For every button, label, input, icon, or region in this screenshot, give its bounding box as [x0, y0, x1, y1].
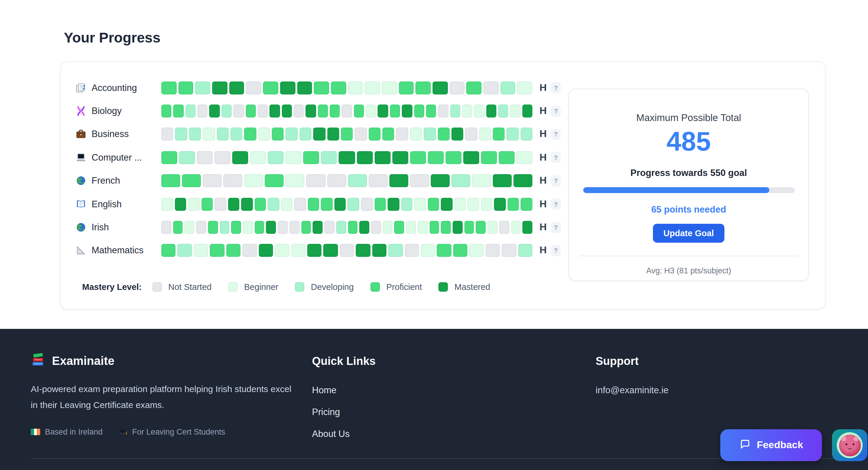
- mastery-block[interactable]: [203, 174, 222, 188]
- mastery-block[interactable]: [313, 221, 322, 234]
- mastery-block[interactable]: [340, 244, 354, 257]
- mastery-block[interactable]: [201, 198, 213, 210]
- mastery-block[interactable]: [208, 221, 218, 234]
- mastery-block[interactable]: [428, 198, 439, 210]
- mastery-block[interactable]: [406, 221, 416, 234]
- mastery-block[interactable]: [382, 221, 392, 234]
- mastery-block[interactable]: [348, 221, 358, 234]
- mastery-block[interactable]: [399, 81, 414, 94]
- mastery-block[interactable]: [437, 244, 452, 257]
- mastery-block[interactable]: [510, 104, 521, 118]
- mastery-block[interactable]: [479, 128, 491, 141]
- mastery-block[interactable]: [188, 198, 199, 210]
- mastery-block[interactable]: [215, 198, 226, 210]
- mastery-block[interactable]: [258, 244, 273, 257]
- mastery-block[interactable]: [464, 221, 474, 234]
- mastery-block[interactable]: [453, 244, 468, 257]
- mastery-block[interactable]: [275, 244, 289, 257]
- mastery-block[interactable]: [390, 104, 400, 118]
- mastery-block[interactable]: [185, 221, 194, 234]
- mastery-block[interactable]: [499, 151, 515, 164]
- mastery-block[interactable]: [161, 128, 174, 141]
- mastery-block[interactable]: [178, 244, 192, 257]
- mastery-block[interactable]: [313, 128, 325, 141]
- mastery-block[interactable]: [174, 104, 184, 118]
- mastery-block[interactable]: [374, 198, 386, 210]
- mastery-block[interactable]: [197, 104, 208, 118]
- mastery-block[interactable]: [210, 244, 224, 257]
- mastery-block[interactable]: [178, 81, 193, 94]
- mastery-block[interactable]: [286, 151, 302, 164]
- mastery-block[interactable]: [226, 244, 241, 257]
- mastery-block[interactable]: [185, 104, 195, 118]
- mastery-block[interactable]: [371, 221, 381, 234]
- mastery-block[interactable]: [365, 81, 380, 94]
- mastery-block[interactable]: [355, 128, 367, 141]
- mastery-block[interactable]: [481, 151, 497, 164]
- mastery-block[interactable]: [246, 104, 256, 118]
- mastery-block[interactable]: [498, 104, 508, 118]
- mastery-block[interactable]: [243, 221, 253, 234]
- mastery-block[interactable]: [244, 128, 256, 141]
- mastery-block[interactable]: [466, 81, 482, 94]
- footer-link-home[interactable]: Home: [312, 385, 337, 396]
- mastery-block[interactable]: [278, 221, 287, 234]
- mastery-block[interactable]: [500, 81, 516, 94]
- mastery-block[interactable]: [410, 174, 429, 188]
- mastery-block[interactable]: [241, 198, 253, 210]
- mastery-block[interactable]: [182, 174, 201, 188]
- grade-help-button[interactable]: ?: [551, 198, 561, 210]
- mastery-block[interactable]: [388, 198, 399, 210]
- mastery-block[interactable]: [366, 104, 376, 118]
- mastery-block[interactable]: [306, 104, 316, 118]
- mastery-block[interactable]: [161, 198, 173, 210]
- mastery-block[interactable]: [203, 128, 215, 141]
- mastery-block[interactable]: [281, 198, 293, 210]
- mastery-block[interactable]: [382, 81, 397, 94]
- mastery-block[interactable]: [212, 81, 227, 94]
- mastery-block[interactable]: [493, 174, 512, 188]
- mastery-block[interactable]: [189, 128, 201, 141]
- mastery-block[interactable]: [280, 81, 295, 94]
- mastery-block[interactable]: [336, 221, 346, 234]
- mastery-block[interactable]: [517, 81, 532, 94]
- mastery-block[interactable]: [223, 174, 242, 188]
- mastery-block[interactable]: [359, 221, 369, 234]
- mastery-block[interactable]: [469, 244, 484, 257]
- mastery-block[interactable]: [356, 151, 373, 164]
- mastery-block[interactable]: [392, 151, 408, 164]
- mastery-block[interactable]: [286, 174, 305, 188]
- mastery-block[interactable]: [294, 198, 306, 210]
- mastery-block[interactable]: [463, 151, 479, 164]
- mastery-block[interactable]: [424, 128, 436, 141]
- mastery-block[interactable]: [254, 198, 266, 210]
- mastery-block[interactable]: [431, 174, 450, 188]
- mastery-block[interactable]: [222, 104, 232, 118]
- mastery-block[interactable]: [258, 128, 270, 141]
- mastery-block[interactable]: [481, 198, 493, 210]
- mastery-block[interactable]: [330, 104, 340, 118]
- mastery-block[interactable]: [250, 151, 266, 164]
- mastery-block[interactable]: [523, 221, 532, 234]
- mastery-block[interactable]: [348, 174, 367, 188]
- mastery-block[interactable]: [410, 128, 422, 141]
- mastery-block[interactable]: [404, 244, 419, 257]
- mastery-block[interactable]: [433, 81, 447, 94]
- mastery-block[interactable]: [483, 81, 498, 94]
- mastery-block[interactable]: [306, 174, 325, 188]
- mastery-block[interactable]: [268, 198, 279, 210]
- mastery-block[interactable]: [462, 104, 472, 118]
- grade-help-button[interactable]: ?: [551, 222, 561, 233]
- mastery-block[interactable]: [308, 198, 319, 210]
- mastery-block[interactable]: [300, 128, 312, 141]
- mastery-block[interactable]: [179, 151, 195, 164]
- mastery-block[interactable]: [263, 81, 278, 94]
- mastery-block[interactable]: [197, 151, 213, 164]
- mastery-block[interactable]: [331, 81, 346, 94]
- mastery-block[interactable]: [361, 198, 373, 210]
- mastery-block[interactable]: [321, 151, 337, 164]
- mastery-block[interactable]: [454, 198, 466, 210]
- mastery-block[interactable]: [452, 128, 464, 141]
- mastery-block[interactable]: [268, 151, 284, 164]
- grade-help-button[interactable]: ?: [551, 129, 561, 140]
